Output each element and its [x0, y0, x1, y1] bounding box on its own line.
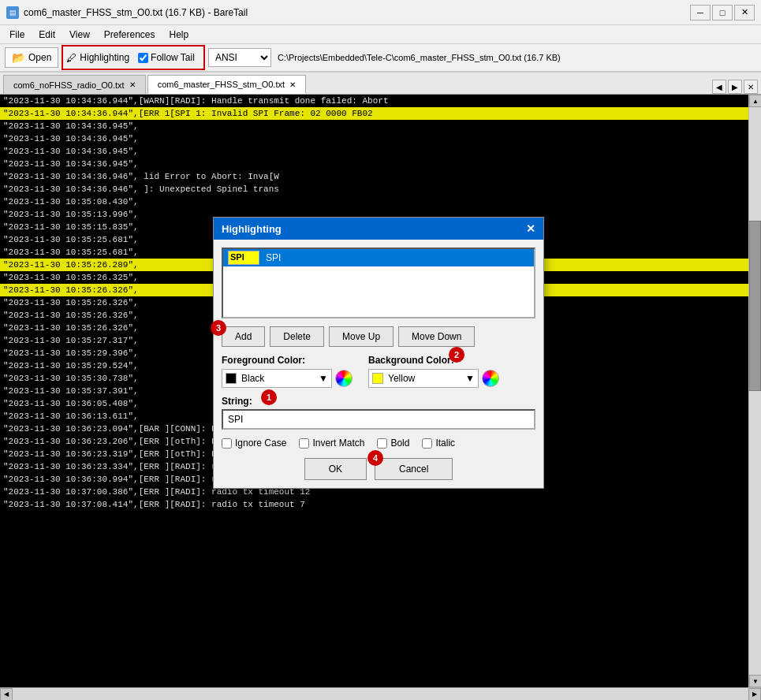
badge-1: 1: [261, 389, 277, 405]
italic-text: Italic: [435, 438, 455, 449]
maximize-button[interactable]: □: [712, 5, 733, 20]
bold-label[interactable]: Bold: [377, 438, 409, 449]
ok-cancel-row: 4 OK Cancel: [222, 458, 535, 480]
dialog-titlebar: Highlighting ✕: [214, 218, 543, 240]
menu-help[interactable]: Help: [163, 28, 196, 42]
tab-close-all-button[interactable]: ✕: [744, 80, 758, 94]
app-icon: ▤: [6, 6, 19, 19]
tab-2-label: com6_master_FHSS_stm_O0.txt: [158, 80, 285, 89]
color-row: 2 Foreground Color: Black ▼: [222, 355, 535, 388]
minimize-button[interactable]: ─: [690, 5, 711, 20]
ignore-case-text: Ignore Case: [235, 438, 286, 449]
foreground-color-wheel-button[interactable]: [335, 370, 353, 387]
background-color-control: Yellow ▼: [368, 369, 499, 388]
background-color-wheel-button[interactable]: [482, 370, 499, 387]
checkboxes-row: Ignore Case Invert Match Bold Itali: [222, 438, 535, 449]
invert-match-text: Invert Match: [312, 438, 364, 449]
tabs-nav: ◀ ▶ ✕: [712, 80, 761, 94]
menu-edit[interactable]: Edit: [32, 28, 62, 42]
invert-match-label[interactable]: Invert Match: [299, 438, 364, 449]
bold-checkbox[interactable]: [377, 438, 387, 449]
string-input[interactable]: [222, 409, 535, 430]
bg-dropdown-icon: ▼: [465, 373, 475, 384]
black-swatch: [226, 373, 237, 384]
highlighting-icon: 🖊: [66, 52, 76, 64]
window-title: com6_master_FHSS_stm_O0.txt (16.7 KB) - …: [24, 7, 248, 18]
list-item-color-text: SPI: [229, 252, 244, 262]
ok-button[interactable]: OK: [304, 458, 367, 480]
invert-match-checkbox[interactable]: [299, 438, 309, 449]
highlighting-label: Highlighting: [80, 52, 129, 63]
list-item-text: SPI: [266, 252, 281, 263]
list-item-color-swatch: SPI: [228, 251, 259, 265]
foreground-value: Black: [241, 373, 264, 384]
tab-1-close-icon[interactable]: ✕: [129, 80, 136, 89]
tab-1-label: com6_noFHSS_radio_O0.txt: [13, 80, 125, 90]
highlighting-dialog: Highlighting ✕ SPI SPI: [213, 217, 544, 489]
highlighting-toolbar-area: 🖊 Highlighting Follow Tail: [62, 45, 205, 70]
background-value: Yellow: [388, 373, 415, 384]
italic-label[interactable]: Italic: [422, 438, 455, 449]
tab-2[interactable]: com6_master_FHSS_stm_O0.txt ✕: [147, 75, 306, 94]
open-icon: 📂: [12, 51, 25, 64]
background-color-section: Background Color: Yellow ▼: [368, 355, 499, 388]
menu-bar: File Edit View Preferences Help: [0, 25, 761, 44]
string-section: 1 String:: [222, 396, 535, 430]
title-bar-controls: ─ □ ✕: [690, 5, 755, 20]
cancel-button[interactable]: Cancel: [375, 458, 453, 480]
yellow-swatch: [372, 373, 383, 384]
open-label: Open: [28, 52, 51, 63]
dialog-overlay: Highlighting ✕ SPI SPI: [0, 95, 761, 700]
foreground-color-label: Foreground Color:: [222, 355, 353, 366]
follow-tail-checkbox-label[interactable]: Follow Tail: [132, 50, 200, 65]
tab-next-button[interactable]: ▶: [728, 80, 742, 94]
highlighting-list[interactable]: SPI SPI: [222, 248, 535, 318]
background-select-wrapper[interactable]: Yellow ▼: [368, 369, 479, 388]
dialog-body: SPI SPI 3 Add Delete Move Up: [214, 240, 543, 488]
dialog-close-button[interactable]: ✕: [526, 222, 535, 235]
tab-prev-button[interactable]: ◀: [712, 80, 726, 94]
ignore-case-checkbox[interactable]: [222, 438, 232, 449]
title-bar-left: ▤ com6_master_FHSS_stm_O0.txt (16.7 KB) …: [6, 6, 248, 19]
encoding-select[interactable]: ANSI: [208, 48, 271, 67]
open-button[interactable]: 📂 Open: [5, 47, 58, 68]
close-button[interactable]: ✕: [734, 5, 755, 20]
menu-preferences[interactable]: Preferences: [98, 28, 162, 42]
foreground-select-wrapper[interactable]: Black ▼: [222, 369, 332, 388]
foreground-color-section: Foreground Color: Black ▼: [222, 355, 353, 388]
follow-tail-checkbox[interactable]: [138, 53, 148, 63]
toolbar: 📂 Open 🖊 Highlighting Follow Tail ANSI C…: [0, 44, 761, 73]
badge-3: 3: [211, 320, 226, 336]
ignore-case-label[interactable]: Ignore Case: [222, 438, 286, 449]
tabs-bar: com6_noFHSS_radio_O0.txt ✕ com6_master_F…: [0, 73, 761, 95]
filepath-label: C:\Projects\Embedded\Tele-C\com6_master_…: [278, 53, 561, 62]
follow-tail-label: Follow Tail: [151, 52, 195, 63]
fg-dropdown-icon: ▼: [319, 373, 328, 384]
menu-file[interactable]: File: [3, 28, 31, 42]
dialog-buttons-row: 3 Add Delete Move Up Move Down: [222, 326, 535, 347]
move-up-button[interactable]: Move Up: [329, 326, 394, 347]
tab-1[interactable]: com6_noFHSS_radio_O0.txt ✕: [3, 75, 146, 94]
menu-view[interactable]: View: [63, 28, 96, 42]
bold-text: Bold: [390, 438, 409, 449]
list-item-spi[interactable]: SPI SPI: [223, 249, 534, 266]
background-color-label: Background Color:: [368, 355, 499, 366]
badge-4: 4: [367, 450, 383, 466]
title-bar: ▤ com6_master_FHSS_stm_O0.txt (16.7 KB) …: [0, 0, 761, 25]
foreground-color-control: Black ▼: [222, 369, 353, 388]
italic-checkbox[interactable]: [422, 438, 432, 449]
highlighting-button[interactable]: 🖊 Highlighting: [66, 47, 129, 68]
dialog-title-text: Highlighting: [222, 223, 282, 235]
badge-2: 2: [449, 347, 464, 363]
move-down-button[interactable]: Move Down: [398, 326, 475, 347]
content-area: "2023-11-30 10:34:36.944",[WARN][RADI]: …: [0, 95, 761, 700]
tab-2-close-icon[interactable]: ✕: [289, 80, 296, 89]
app-window: ▤ com6_master_FHSS_stm_O0.txt (16.7 KB) …: [0, 0, 761, 700]
delete-button[interactable]: Delete: [270, 326, 324, 347]
add-button[interactable]: Add: [222, 326, 265, 347]
